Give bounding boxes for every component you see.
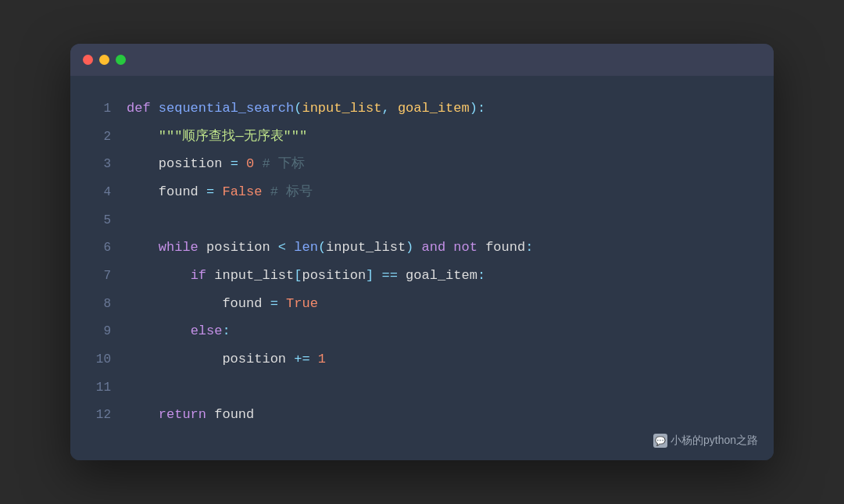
- code-line-10: 10 position += 1: [86, 345, 750, 374]
- code-content: [127, 206, 134, 234]
- code-content: position += 1: [127, 345, 326, 374]
- close-button[interactable]: [83, 55, 93, 65]
- code-content: found = False # 标号: [127, 178, 313, 206]
- code-line-4: 4 found = False # 标号: [86, 178, 750, 206]
- line-number: 1: [86, 96, 111, 123]
- title-bar: [70, 44, 774, 76]
- code-content: [127, 374, 134, 402]
- line-number: 12: [86, 402, 111, 429]
- code-line-9: 9 else:: [86, 317, 750, 345]
- code-content: found = True: [127, 290, 318, 318]
- code-content: """顺序查找—无序表""": [127, 123, 307, 151]
- line-number: 11: [86, 375, 111, 402]
- watermark: 💬 小杨的python之路: [653, 434, 758, 448]
- code-content: return found: [127, 401, 254, 429]
- maximize-button[interactable]: [116, 55, 126, 65]
- code-window: 1 def sequential_search(input_list, goal…: [70, 44, 774, 460]
- line-number: 10: [86, 347, 111, 374]
- code-line-2: 2 """顺序查找—无序表""": [86, 123, 750, 151]
- code-content: while position < len(input_list) and not…: [127, 234, 533, 262]
- line-number: 4: [86, 180, 111, 206]
- code-content: def sequential_search(input_list, goal_i…: [127, 95, 485, 123]
- code-line-3: 3 position = 0 # 下标: [86, 150, 750, 178]
- code-line-12: 12 return found: [86, 401, 750, 429]
- line-number: 5: [86, 208, 111, 234]
- code-content: position = 0 # 下标: [127, 150, 305, 178]
- wechat-icon: 💬: [653, 434, 667, 448]
- line-number: 9: [86, 319, 111, 345]
- line-number: 7: [86, 263, 111, 290]
- minimize-button[interactable]: [99, 55, 109, 65]
- code-line-8: 8 found = True: [86, 290, 750, 318]
- line-number: 3: [86, 152, 111, 178]
- line-number: 8: [86, 291, 111, 318]
- code-content: else:: [127, 317, 231, 345]
- line-number: 6: [86, 235, 111, 262]
- code-content: if input_list[position] == goal_item:: [127, 262, 485, 290]
- code-line-1: 1 def sequential_search(input_list, goal…: [86, 95, 750, 123]
- line-number: 2: [86, 124, 111, 151]
- watermark-text: 小杨的python之路: [671, 434, 758, 448]
- code-editor: 1 def sequential_search(input_list, goal…: [70, 76, 774, 460]
- code-line-6: 6 while position < len(input_list) and n…: [86, 234, 750, 262]
- code-line-11: 11: [86, 374, 750, 402]
- code-line-5: 5: [86, 206, 750, 234]
- code-line-7: 7 if input_list[position] == goal_item:: [86, 262, 750, 290]
